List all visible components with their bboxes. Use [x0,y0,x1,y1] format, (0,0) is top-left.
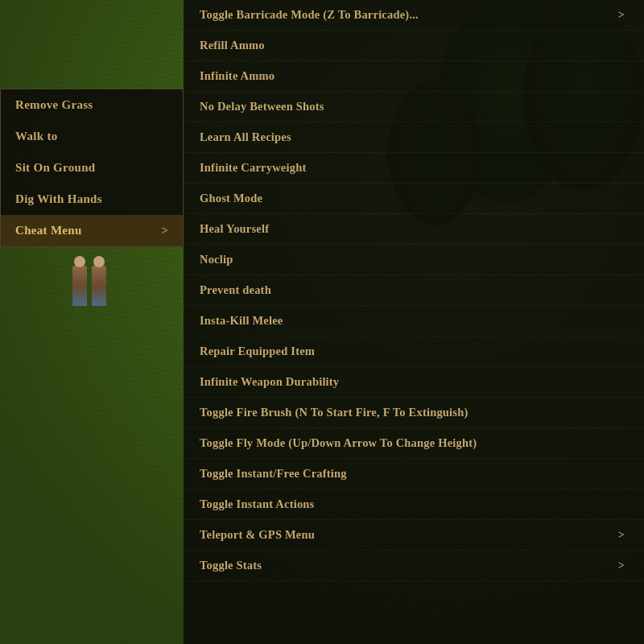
cheat-menu-label-toggle-fire-brush: Toggle Fire Brush (N To Start Fire, F To… [200,406,468,419]
cheat-menu-label-toggle-barricade: Toggle Barricade Mode (Z To Barricade)..… [200,8,419,22]
cheat-menu-label-toggle-fly: Toggle Fly Mode (Up/Down Arrow To Change… [200,436,477,450]
cheat-menu-item-insta-kill[interactable]: Insta-Kill Melee [184,306,644,336]
characters [72,266,106,306]
cheat-menu-item-toggle-fire-brush[interactable]: Toggle Fire Brush (N To Start Fire, F To… [184,398,644,428]
cheat-menu-label-toggle-stats: Toggle Stats [200,559,262,572]
cheat-menu-item-repair-equipped[interactable]: Repair Equipped Item [184,336,644,367]
arrow-icon-toggle-stats: > [618,559,625,572]
cheat-menu-item-infinite-carryweight[interactable]: Infinite Carryweight [184,153,644,184]
cheat-menu-label-learn-recipes: Learn All Recipes [200,130,291,144]
arrow-icon-cheat-menu: > [162,225,168,237]
cheat-menu-label-ghost-mode: Ghost Mode [200,192,262,205]
left-menu-item-remove-grass[interactable]: Remove Grass [1,89,183,121]
left-menu-label-cheat-menu: Cheat Menu [15,224,82,237]
left-menu-label-sit-on-ground: Sit On Ground [15,161,96,175]
cheat-menu-label-noclip: Noclip [200,253,233,266]
character-2 [92,266,106,306]
left-menu-label-walk-to: Walk to [15,130,58,143]
left-menu-label-remove-grass: Remove Grass [15,98,93,112]
cheat-menu-item-learn-recipes[interactable]: Learn All Recipes [184,122,644,153]
arrow-icon-teleport-gps: > [618,529,625,542]
cheat-menu-label-insta-kill: Insta-Kill Melee [200,314,283,328]
left-menu-item-walk-to[interactable]: Walk to [1,121,183,152]
context-menu: Remove GrassWalk toSit On GroundDig With… [0,89,184,247]
left-menu-item-dig-with-hands[interactable]: Dig With Hands [1,184,183,215]
cheat-menu-label-teleport-gps: Teleport & GPS Menu [200,528,315,542]
arrow-icon-toggle-barricade: > [618,9,625,22]
cheat-menu-label-infinite-ammo: Infinite Ammo [200,69,275,83]
cheat-menu-item-teleport-gps[interactable]: Teleport & GPS Menu> [184,520,644,551]
cheat-menu-label-refill-ammo: Refill Ammo [200,39,265,52]
cheat-menu-label-repair-equipped: Repair Equipped Item [200,345,315,358]
cheat-menu-label-infinite-durability: Infinite Weapon Durability [200,375,339,389]
cheat-menu-item-ghost-mode[interactable]: Ghost Mode [184,184,644,214]
cheat-menu-item-infinite-durability[interactable]: Infinite Weapon Durability [184,367,644,398]
cheat-menu-item-no-delay[interactable]: No Delay Between Shots [184,92,644,122]
cheat-menu-item-toggle-barricade[interactable]: Toggle Barricade Mode (Z To Barricade)..… [184,0,644,31]
cheat-menu-item-toggle-crafting[interactable]: Toggle Instant/Free Crafting [184,459,644,489]
cheat-menu-item-noclip[interactable]: Noclip [184,245,644,275]
cheat-menu-item-toggle-instant-actions[interactable]: Toggle Instant Actions [184,489,644,520]
left-menu-item-sit-on-ground[interactable]: Sit On Ground [1,152,183,184]
cheat-menu-panel: Toggle Barricade Mode (Z To Barricade)..… [184,0,644,644]
cheat-menu-item-toggle-fly[interactable]: Toggle Fly Mode (Up/Down Arrow To Change… [184,428,644,459]
cheat-menu-label-infinite-carryweight: Infinite Carryweight [200,161,306,175]
cheat-menu-item-heal-yourself[interactable]: Heal Yourself [184,214,644,245]
left-menu-label-dig-with-hands: Dig With Hands [15,192,102,206]
cheat-menu-label-toggle-crafting: Toggle Instant/Free Crafting [200,467,347,481]
cheat-menu-item-refill-ammo[interactable]: Refill Ammo [184,31,644,61]
character-1 [72,266,87,306]
cheat-menu-item-infinite-ammo[interactable]: Infinite Ammo [184,61,644,92]
cheat-menu-label-toggle-instant-actions: Toggle Instant Actions [200,497,314,511]
cheat-menu-label-prevent-death: Prevent death [200,283,271,297]
left-menu-item-cheat-menu[interactable]: Cheat Menu> [1,215,183,246]
cheat-menu-label-heal-yourself: Heal Yourself [200,222,269,236]
cheat-menu-item-prevent-death[interactable]: Prevent death [184,275,644,306]
cheat-menu-item-toggle-stats[interactable]: Toggle Stats> [184,551,644,581]
cheat-menu-label-no-delay: No Delay Between Shots [200,100,324,114]
